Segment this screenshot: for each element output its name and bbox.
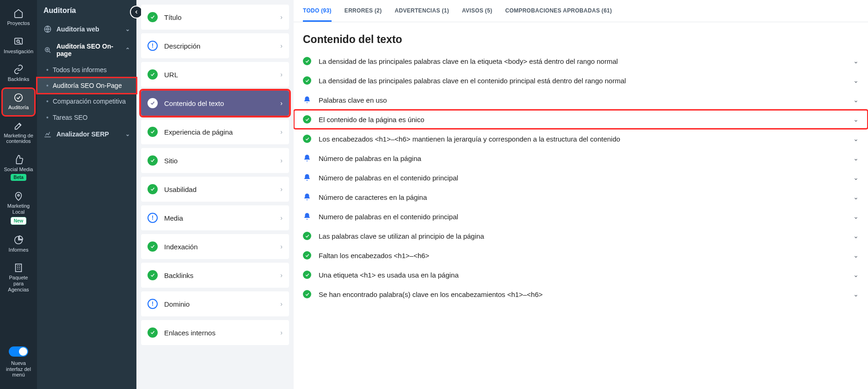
category-experiencia-de-pagina[interactable]: Experiencia de página› xyxy=(141,119,289,144)
piechart-icon xyxy=(13,235,24,245)
nav-group-label: Auditoría web xyxy=(56,25,99,33)
rail-proyectos[interactable]: Proyectos xyxy=(3,5,34,31)
category-contenido-del-texto[interactable]: Contenido del texto› xyxy=(141,91,289,116)
check-circle-icon xyxy=(148,12,158,22)
check-row[interactable]: Número de caracteres en la página⌄ xyxy=(294,187,868,207)
link-icon xyxy=(13,64,24,74)
check-row[interactable]: Número de palabras en el contenido princ… xyxy=(294,168,868,187)
check-circle-icon xyxy=(148,98,158,108)
check-row[interactable]: La densidad de las principales palabras … xyxy=(294,71,868,90)
chevron-down-icon: ⌄ xyxy=(853,290,859,298)
category-media[interactable]: !Media› xyxy=(141,205,289,230)
check-circle-icon xyxy=(303,251,311,259)
collapse-sidebar-button[interactable] xyxy=(131,6,142,18)
nav-sub-label: Todos los informes xyxy=(53,66,107,74)
svg-point-3 xyxy=(18,195,19,197)
check-text: Se han encontrado palabra(s) clave en lo… xyxy=(319,290,853,298)
nav-group-auditoria-web[interactable]: Auditoría web ⌄ xyxy=(37,20,136,38)
check-circle-icon xyxy=(148,155,158,166)
check-text: Una etiqueta <h1> es usada usa en la pág… xyxy=(319,271,853,279)
category-indexacion[interactable]: Indexación› xyxy=(141,234,289,259)
tab-errores[interactable]: ERRORES (2) xyxy=(345,7,382,22)
nav-todos-los-informes[interactable]: Todos los informes xyxy=(37,62,136,78)
info-circle-icon: ! xyxy=(148,41,158,51)
check-row[interactable]: Las palabras clave se utilizan al princi… xyxy=(294,226,868,246)
check-text: Número de caracteres en la página xyxy=(319,193,853,201)
category-descripcion[interactable]: !Descripción› xyxy=(141,33,289,58)
category-backlinks[interactable]: Backlinks› xyxy=(141,263,289,288)
rail-menu-toggle[interactable]: Nueva interfaz del menú xyxy=(3,343,34,383)
check-text: Las palabras clave se utilizan al princi… xyxy=(319,232,853,240)
check-row[interactable]: Una etiqueta <h1> es usada usa en la pág… xyxy=(294,265,868,284)
chevron-right-icon: › xyxy=(280,157,283,164)
nav-sub-label: Comparación competitiva xyxy=(53,97,126,105)
nav-group-seo-onpage[interactable]: Auditoría SEO On-page ⌃ xyxy=(37,38,136,62)
category-url[interactable]: URL› xyxy=(141,62,289,87)
check-row[interactable]: Se han encontrado palabra(s) clave en lo… xyxy=(294,284,868,304)
check-circle-icon xyxy=(303,115,311,123)
check-text: Faltan los encabezados <h1>–<h6> xyxy=(319,252,853,259)
page-title: Contenido del texto xyxy=(294,22,868,51)
rail-label: Investigación xyxy=(4,49,33,55)
check-text: El contenido de la página es único xyxy=(319,116,853,123)
check-row[interactable]: Faltan los encabezados <h1>–<h6>⌄ xyxy=(294,246,868,265)
check-circle-icon xyxy=(148,270,158,280)
rail-label: Proyectos xyxy=(7,20,30,26)
check-row[interactable]: Numero de palabras en el contenido princ… xyxy=(294,207,868,226)
beta-badge: Beta xyxy=(11,174,26,181)
category-enlaces-internos[interactable]: Enlaces internos› xyxy=(141,320,289,345)
check-circle-icon xyxy=(303,57,311,65)
category-label: Usabilidad xyxy=(164,185,280,193)
category-label: Sitio xyxy=(164,157,280,165)
chevron-down-icon: ⌄ xyxy=(853,57,859,65)
rail-social-media[interactable]: Social Media Beta xyxy=(3,151,34,186)
svg-point-7 xyxy=(47,49,48,50)
chevron-down-icon: ⌄ xyxy=(853,77,859,84)
nav-auditoria-seo-on-page[interactable]: Auditoría SEO On-Page xyxy=(37,78,136,93)
category-sitio[interactable]: Sitio› xyxy=(141,148,289,173)
nav-comparacion-competitiva[interactable]: Comparación competitiva xyxy=(37,93,136,109)
bell-icon xyxy=(303,96,311,104)
rail-backlinks[interactable]: Backlinks xyxy=(3,61,34,87)
new-badge: New xyxy=(11,217,27,225)
chevron-right-icon: › xyxy=(280,71,283,78)
category-dominio[interactable]: !Dominio› xyxy=(141,291,289,316)
chevron-down-icon: ⌄ xyxy=(853,193,859,201)
check-text: La densidad de las principales palabras … xyxy=(319,77,853,85)
check-row[interactable]: Los encabezados <h1>–<h6> mantienen la j… xyxy=(294,129,868,148)
section-sidebar: Auditoría Auditoría web ⌄ Auditoría SEO … xyxy=(37,0,136,389)
rail-label: Paquete para Agencias xyxy=(4,275,33,292)
tab-aprobadas[interactable]: COMPROBACIONES APROBADAS (61) xyxy=(505,7,612,22)
check-row[interactable]: El contenido de la página es único⌄ xyxy=(294,110,868,129)
rail-marketing-contenidos[interactable]: Marketing de contenidos xyxy=(3,117,34,149)
category-titulo[interactable]: Título› xyxy=(141,5,289,30)
tab-avisos[interactable]: AVISOS (5) xyxy=(462,7,492,22)
check-text: Número de palabras en la página xyxy=(319,154,853,162)
toggle-switch-icon[interactable] xyxy=(9,346,28,357)
chevron-right-icon: › xyxy=(280,128,283,136)
check-text: Los encabezados <h1>–<h6> mantienen la j… xyxy=(319,135,853,143)
rail-marketing-local[interactable]: Marketing Local New xyxy=(3,187,34,229)
rail-agencias[interactable]: Paquete para Agencias xyxy=(3,259,34,297)
check-text: Número de palabras en el contenido princ… xyxy=(319,174,853,182)
tab-advertencias[interactable]: ADVERTENCIAS (1) xyxy=(394,7,449,22)
nav-group-analizador-serp[interactable]: Analizador SERP ⌄ xyxy=(37,125,136,143)
tab-todo[interactable]: TODO (93) xyxy=(303,7,332,22)
svg-point-2 xyxy=(15,94,23,102)
check-row[interactable]: Número de palabras en la página⌄ xyxy=(294,148,868,168)
check-circle-icon xyxy=(148,127,158,137)
check-row[interactable]: Palabras clave en uso⌄ xyxy=(294,90,868,110)
category-usabilidad[interactable]: Usabilidad› xyxy=(141,177,289,202)
rail-investigacion[interactable]: Investigación xyxy=(3,33,34,59)
check-row[interactable]: La densidad de las principales palabras … xyxy=(294,51,868,71)
chevron-down-icon: ⌄ xyxy=(853,154,859,162)
rail-label: Social Media xyxy=(4,167,33,173)
audit-icon xyxy=(13,93,24,103)
rail-auditoria[interactable]: Auditoría xyxy=(3,89,34,115)
building-icon xyxy=(13,263,24,273)
check-circle-icon xyxy=(303,290,311,298)
check-text: Palabras clave en uso xyxy=(319,96,853,104)
rail-informes[interactable]: Informes xyxy=(3,231,34,258)
rail-label: Marketing Local xyxy=(4,203,33,215)
nav-tareas-seo[interactable]: Tareas SEO xyxy=(37,110,136,125)
